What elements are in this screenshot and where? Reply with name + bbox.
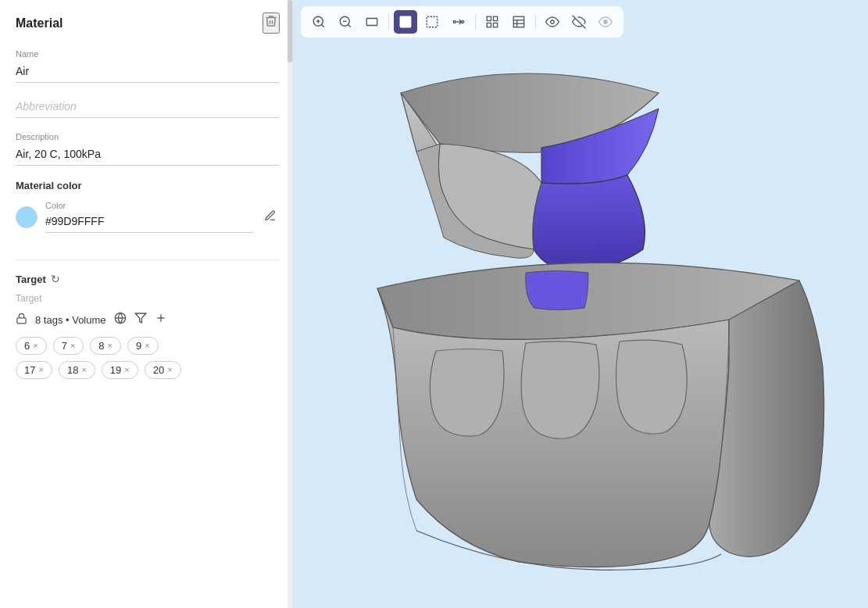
divider — [16, 259, 280, 260]
3d-scene — [293, 0, 868, 608]
add-tag-button[interactable] — [155, 312, 167, 327]
tag-chip-18: 18 × — [59, 361, 95, 379]
tags-row-1: 6 × 7 × 8 × 9 × — [16, 337, 280, 355]
tag-close-17[interactable]: × — [38, 366, 43, 374]
color-swatch[interactable] — [16, 206, 38, 228]
target-info-row: 8 tags • Volume — [16, 312, 280, 327]
purple-band-front — [533, 175, 645, 273]
description-field-group: Description — [16, 132, 280, 166]
viewport — [293, 0, 868, 608]
svg-rect-0 — [17, 318, 26, 324]
connection-accent — [526, 271, 588, 310]
lock-icon — [16, 313, 27, 327]
globe-icon[interactable] — [114, 312, 127, 327]
tag-close-6[interactable]: × — [33, 342, 38, 350]
left-panel: Material Name Description Material color… — [0, 0, 293, 608]
filter-icon[interactable] — [134, 312, 147, 327]
tag-close-19[interactable]: × — [124, 366, 129, 374]
name-field-group: Name — [16, 49, 280, 83]
tag-chip-8: 8 × — [90, 337, 121, 355]
svg-marker-3 — [135, 313, 145, 323]
tag-chip-20: 20 × — [145, 361, 181, 379]
pocket-2 — [521, 342, 599, 438]
scroll-track[interactable] — [288, 0, 292, 608]
scroll-thumb[interactable] — [288, 0, 292, 63]
tags-count: 8 tags • Volume — [35, 314, 106, 326]
abbreviation-field-group — [16, 97, 280, 118]
target-label: Target — [16, 293, 280, 304]
tag-close-18[interactable]: × — [81, 366, 86, 374]
color-row: Color — [16, 201, 280, 233]
color-input[interactable] — [45, 212, 253, 233]
description-label: Description — [16, 132, 280, 141]
color-field-wrap: Color — [45, 201, 253, 233]
name-label: Name — [16, 49, 280, 59]
pocket-1 — [430, 349, 504, 437]
tag-close-7[interactable]: × — [70, 342, 75, 350]
panel-header: Material — [16, 13, 280, 34]
scene-svg — [315, 30, 846, 578]
tag-chip-6: 6 × — [16, 337, 47, 355]
color-label: Color — [45, 201, 253, 210]
refresh-icon[interactable]: ↻ — [51, 273, 60, 285]
tag-close-20[interactable]: × — [167, 366, 172, 374]
color-edit-button[interactable] — [261, 206, 280, 228]
description-input[interactable] — [16, 145, 280, 166]
tag-close-9[interactable]: × — [145, 342, 149, 350]
panel-title: Material — [16, 16, 63, 30]
target-section: Target ↻ Target 8 tags • Volume — [16, 273, 280, 385]
delete-button[interactable] — [263, 13, 280, 34]
tag-chip-17: 17 × — [16, 361, 52, 379]
material-color-section: Material color Color — [16, 180, 280, 233]
pocket-3 — [616, 340, 688, 434]
tag-chip-7: 7 × — [53, 337, 84, 355]
material-color-title: Material color — [16, 180, 280, 191]
tags-row-2: 17 × 18 × 19 × 20 × — [16, 361, 280, 379]
name-input[interactable] — [16, 62, 280, 83]
target-header: Target ↻ — [16, 273, 280, 285]
target-title: Target — [16, 274, 46, 285]
tag-chip-19: 19 × — [102, 361, 138, 379]
abbreviation-input[interactable] — [16, 97, 280, 118]
tag-close-8[interactable]: × — [108, 342, 113, 350]
tag-chip-9: 9 × — [127, 337, 159, 355]
